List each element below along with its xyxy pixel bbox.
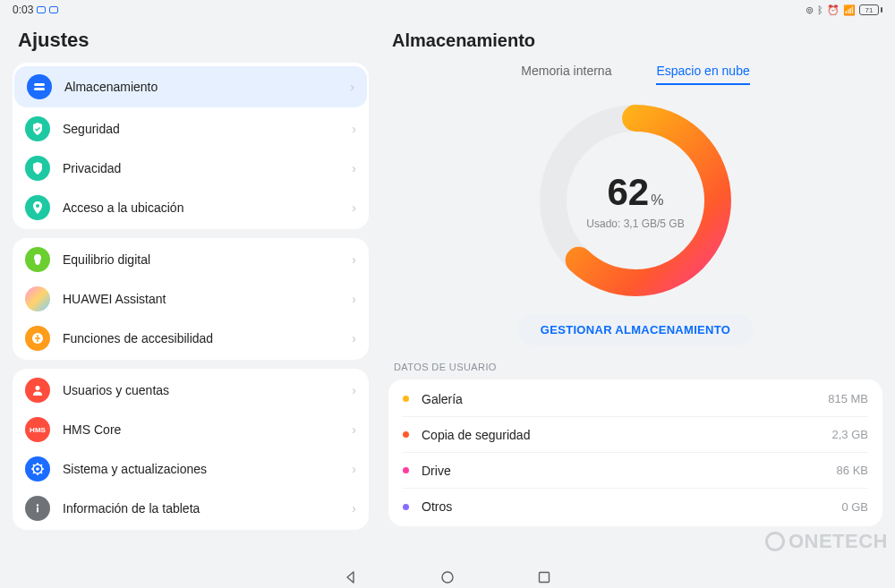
svg-rect-14 xyxy=(540,572,550,582)
user-data-row[interactable]: Drive86 KB xyxy=(403,453,868,489)
settings-group: Almacenamiento›Seguridad›Privacidad›Acce… xyxy=(13,63,369,229)
alarm-icon: ⏰ xyxy=(827,4,840,16)
sidebar-item-security[interactable]: Seguridad› xyxy=(13,109,369,149)
digital-balance-icon xyxy=(25,247,50,272)
window-indicator-icon xyxy=(37,6,46,13)
sidebar-item-label: HUAWEI Assistant xyxy=(63,292,352,306)
nav-recent-button[interactable] xyxy=(536,569,552,585)
tab-cloud[interactable]: Espacio en nube xyxy=(656,64,749,85)
manage-storage-button[interactable]: GESTIONAR ALMACENAMIENTO xyxy=(517,314,754,345)
sidebar-item-accessibility[interactable]: Funciones de accesibilidad› xyxy=(13,319,369,358)
sidebar-item-label: Almacenamiento xyxy=(64,80,350,94)
storage-used-label: Usado: 3,1 GB/5 GB xyxy=(586,217,684,230)
status-left: 0:03 xyxy=(13,4,58,16)
svg-point-13 xyxy=(442,572,453,583)
category-dot-icon xyxy=(403,431,409,438)
window-indicator-icon xyxy=(49,6,58,13)
svg-point-7 xyxy=(36,467,39,471)
sidebar-item-system[interactable]: Sistema y actualizaciones› xyxy=(13,449,369,489)
chevron-right-icon: › xyxy=(352,462,356,476)
sidebar-item-label: HMS Core xyxy=(63,422,352,437)
svg-rect-10 xyxy=(37,507,38,513)
wifi-icon: 📶 xyxy=(843,4,856,16)
about-icon xyxy=(25,496,50,521)
system-navbar xyxy=(0,566,895,588)
chevron-right-icon: › xyxy=(352,422,356,437)
sidebar-item-label: Información de la tableta xyxy=(63,501,352,516)
user-data-row[interactable]: Copia de seguridad2,3 GB xyxy=(403,417,868,453)
sidebar-item-label: Privacidad xyxy=(63,161,352,175)
chevron-right-icon: › xyxy=(352,200,356,215)
category-dot-icon xyxy=(403,396,409,402)
detail-title: Almacenamiento xyxy=(392,30,882,51)
watermark: ONETECH xyxy=(765,530,888,553)
storage-tabs: Memoria interna Espacio en nube xyxy=(388,64,882,85)
chevron-right-icon: › xyxy=(352,292,356,306)
bluetooth-icon: ᛒ xyxy=(817,4,823,15)
user-data-value: 2,3 GB xyxy=(832,428,868,441)
sidebar-item-location[interactable]: Acceso a la ubicación› xyxy=(13,188,369,227)
page-title: Ajustes xyxy=(18,29,369,52)
user-data-label: Drive xyxy=(422,464,837,478)
user-data-value: 0 GB xyxy=(841,500,868,514)
sidebar-item-label: Funciones de accesibilidad xyxy=(63,331,352,345)
sidebar-item-label: Acceso a la ubicación xyxy=(63,200,352,215)
hms-icon: HMS xyxy=(25,417,50,442)
nav-back-button[interactable] xyxy=(343,569,359,585)
svg-point-9 xyxy=(37,504,38,506)
user-data-label: Galería xyxy=(422,392,828,406)
sidebar-item-label: Usuarios y cuentas xyxy=(63,383,352,397)
category-dot-icon xyxy=(403,504,409,510)
chevron-right-icon: › xyxy=(352,331,356,345)
sidebar-item-users[interactable]: Usuarios y cuentas› xyxy=(13,371,369,410)
security-icon xyxy=(25,116,50,141)
accessibility-icon xyxy=(25,326,50,351)
sidebar-item-privacy[interactable]: Privacidad› xyxy=(13,149,369,188)
sidebar-item-assistant[interactable]: HUAWEI Assistant› xyxy=(13,279,369,319)
user-data-label: Otros xyxy=(422,499,841,514)
sidebar-item-label: Equilibrio digital xyxy=(63,252,352,267)
sidebar-item-label: Seguridad xyxy=(63,122,352,136)
user-data-row[interactable]: Otros0 GB xyxy=(403,489,868,524)
privacy-icon xyxy=(25,156,50,181)
chevron-right-icon: › xyxy=(350,80,354,94)
battery-icon: 71 xyxy=(859,4,882,15)
user-data-row[interactable]: Galería815 MB xyxy=(403,381,868,417)
assistant-icon xyxy=(25,286,50,311)
sidebar-item-storage[interactable]: Almacenamiento› xyxy=(14,66,367,107)
detail-pane: Almacenamiento Memoria interna Espacio e… xyxy=(378,20,895,566)
user-data-list: Galería815 MBCopia de seguridad2,3 GBDri… xyxy=(388,379,882,526)
svg-point-2 xyxy=(36,204,39,208)
status-bar: 0:03 ⊚ ᛒ ⏰ 📶 71 xyxy=(0,0,895,20)
nav-home-button[interactable] xyxy=(439,569,456,585)
status-time: 0:03 xyxy=(13,4,33,16)
sidebar-item-hms[interactable]: HMSHMS Core› xyxy=(13,410,369,449)
svg-point-3 xyxy=(31,293,44,305)
chevron-right-icon: › xyxy=(352,501,356,516)
storage-percent: 62% xyxy=(608,171,664,214)
chevron-right-icon: › xyxy=(352,252,356,267)
sidebar-item-digital-balance[interactable]: Equilibrio digital› xyxy=(13,240,369,279)
user-data-value: 86 KB xyxy=(837,464,868,477)
user-data-value: 815 MB xyxy=(828,392,868,405)
system-icon xyxy=(25,456,50,481)
chevron-right-icon: › xyxy=(352,383,356,397)
storage-icon xyxy=(27,74,52,99)
settings-group: Usuarios y cuentas›HMSHMS Core›Sistema y… xyxy=(13,369,369,530)
svg-rect-0 xyxy=(34,83,45,86)
sidebar-item-about[interactable]: Información de la tableta› xyxy=(13,489,369,528)
user-data-label: Copia de seguridad xyxy=(422,428,832,442)
users-icon xyxy=(25,378,50,403)
settings-sidebar: Ajustes Almacenamiento›Seguridad›Privaci… xyxy=(0,20,378,566)
status-right: ⊚ ᛒ ⏰ 📶 71 xyxy=(806,4,882,16)
user-data-heading: DATOS DE USUARIO xyxy=(394,362,882,372)
chevron-right-icon: › xyxy=(352,161,356,175)
nfc-icon: ⊚ xyxy=(806,4,814,16)
chevron-right-icon: › xyxy=(352,122,356,136)
location-icon xyxy=(25,195,50,220)
sidebar-item-label: Sistema y actualizaciones xyxy=(63,462,352,476)
svg-point-5 xyxy=(36,386,40,390)
svg-rect-1 xyxy=(34,88,45,90)
tab-internal[interactable]: Memoria interna xyxy=(521,64,611,85)
category-dot-icon xyxy=(403,467,409,473)
